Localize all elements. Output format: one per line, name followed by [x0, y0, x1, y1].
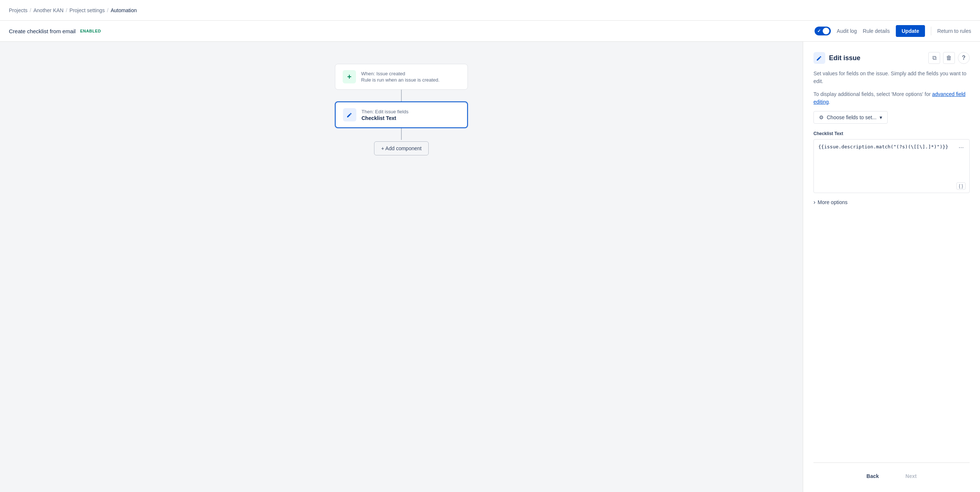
panel-description-2: To display additional fields, select 'Mo…	[813, 90, 970, 106]
help-icon: ?	[962, 55, 966, 61]
checklist-text-input[interactable]	[814, 140, 969, 191]
action-card-text: Then: Edit issue fields Checklist Text	[361, 109, 460, 121]
trigger-subtitle: When: Issue created	[361, 71, 460, 76]
right-panel: Edit issue ⧉ 🗑 ? Set values for fields o…	[803, 42, 980, 492]
action-title: Checklist Text	[361, 115, 460, 121]
template-button[interactable]: { }	[956, 183, 966, 190]
choose-fields-label: Choose fields to set...	[827, 114, 877, 120]
rule-details-link[interactable]: Rule details	[863, 28, 890, 34]
textarea-bottom: { }	[956, 183, 966, 190]
action-subtitle: Then: Edit issue fields	[361, 109, 460, 114]
panel-actions: ⧉ 🗑 ?	[928, 52, 970, 64]
checklist-text-field: ⋯ { }	[813, 139, 970, 193]
breadcrumb-projects[interactable]: Projects	[9, 7, 28, 13]
breadcrumb-sep-3: /	[107, 7, 108, 13]
trigger-icon-wrap: +	[343, 70, 356, 83]
rule-title: Create checklist from email	[9, 28, 76, 34]
panel-desc-text: To display additional fields, select 'Mo…	[813, 91, 931, 97]
topbar-right: ✓ Audit log Rule details Update Return t…	[815, 25, 971, 37]
trash-icon: 🗑	[946, 55, 952, 61]
gear-icon: ⚙	[819, 114, 824, 120]
textarea-actions: ⋯	[957, 143, 966, 152]
more-options[interactable]: › More options	[813, 199, 970, 206]
breadcrumb-automation: Automation	[111, 7, 137, 13]
plus-icon: +	[347, 73, 352, 81]
panel-pencil-icon	[816, 55, 823, 61]
trigger-card-text: When: Issue created Rule is run when an …	[361, 71, 460, 83]
breadcrumb: Projects / Another KAN / Project setting…	[9, 7, 137, 13]
trigger-card[interactable]: + When: Issue created Rule is run when a…	[335, 64, 468, 90]
toggle-thumb	[823, 28, 829, 34]
choose-fields-button[interactable]: ⚙ Choose fields to set... ▾	[813, 111, 888, 124]
panel-description-1: Set values for fields on the issue. Simp…	[813, 70, 970, 85]
more-options-label: More options	[818, 199, 848, 205]
toggle-checkmark: ✓	[817, 29, 821, 33]
trigger-description: Rule is run when an issue is created.	[361, 77, 460, 83]
breadcrumb-sep-1: /	[30, 7, 32, 13]
audit-log-link[interactable]: Audit log	[837, 28, 857, 34]
chevron-down-icon: ▾	[880, 114, 882, 120]
action-card[interactable]: Then: Edit issue fields Checklist Text	[335, 102, 468, 128]
topbar-left: Create checklist from email ENABLED	[9, 28, 809, 34]
field-label: Checklist Text	[813, 131, 970, 136]
topbar: Create checklist from email ENABLED ✓ Au…	[0, 21, 980, 42]
panel-header: Edit issue ⧉ 🗑 ?	[813, 52, 970, 64]
panel-footer: Back Next	[813, 462, 970, 482]
more-options-button-inline[interactable]: ⋯	[957, 143, 966, 152]
topbar-divider	[931, 27, 931, 35]
next-button: Next	[899, 470, 923, 482]
flow-container: + When: Issue created Rule is run when a…	[335, 64, 468, 156]
breadcrumb-another-kan[interactable]: Another KAN	[33, 7, 64, 13]
delete-button[interactable]: 🗑	[943, 52, 955, 64]
return-to-rules-link[interactable]: Return to rules	[937, 28, 971, 34]
breadcrumb-sep-2: /	[66, 7, 67, 13]
breadcrumb-project-settings[interactable]: Project settings	[69, 7, 105, 13]
panel-title-icon	[813, 52, 825, 64]
pencil-icon	[346, 111, 353, 118]
update-button[interactable]: Update	[896, 25, 925, 37]
connector-2	[401, 128, 402, 140]
breadcrumb-bar: Projects / Another KAN / Project setting…	[0, 0, 980, 21]
add-component-button[interactable]: + Add component	[374, 141, 428, 156]
action-icon-wrap	[343, 108, 356, 121]
enabled-toggle[interactable]: ✓	[815, 27, 831, 35]
copy-button[interactable]: ⧉	[928, 52, 940, 64]
main-content: + When: Issue created Rule is run when a…	[0, 42, 980, 492]
help-button[interactable]: ?	[958, 52, 970, 64]
panel-title: Edit issue	[829, 54, 861, 62]
chevron-right-icon: ›	[813, 199, 815, 206]
copy-icon: ⧉	[932, 55, 936, 61]
connector-1	[401, 90, 402, 102]
panel-title-row: Edit issue	[813, 52, 861, 64]
back-button[interactable]: Back	[861, 470, 885, 482]
period: .	[829, 99, 830, 105]
canvas: + When: Issue created Rule is run when a…	[0, 42, 803, 492]
enabled-badge: ENABLED	[80, 29, 101, 33]
